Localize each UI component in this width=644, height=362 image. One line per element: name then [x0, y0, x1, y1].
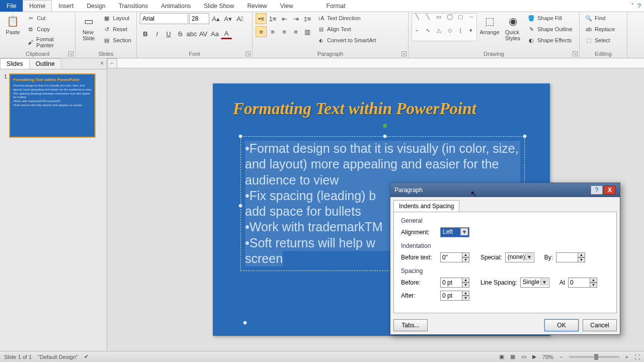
reset-button[interactable]: ↺Reset	[101, 24, 133, 34]
layout-button[interactable]: ▦Layout	[101, 13, 133, 23]
paragraph-launcher[interactable]: ↘	[401, 51, 407, 56]
shape-fill-button[interactable]: 🪣Shape Fill	[525, 13, 575, 23]
tab-view[interactable]: View	[274, 0, 300, 12]
view-sorter-icon[interactable]: ▦	[510, 353, 515, 360]
after-input[interactable]	[440, 291, 462, 301]
before-down[interactable]: ▼	[462, 283, 469, 288]
zoom-out-button[interactable]: −	[559, 354, 562, 360]
tab-transitions[interactable]: Transitions	[112, 0, 154, 12]
by-down[interactable]: ▼	[578, 257, 585, 262]
tab-file[interactable]: File	[0, 0, 23, 12]
handle-tl[interactable]	[238, 134, 243, 138]
handle-tr[interactable]	[523, 134, 527, 138]
shape-line2-icon[interactable]: ╲	[423, 14, 433, 27]
handle-tc[interactable]	[383, 134, 387, 138]
shape-more-icon[interactable]: ▾	[466, 27, 476, 41]
cut-button[interactable]: ✂Cut	[25, 13, 72, 23]
minimize-ribbon-icon[interactable]: ˅	[631, 2, 634, 10]
slide-thumbnail[interactable]: Formatting Text within PowerPoint •Forma…	[9, 73, 96, 138]
increase-indent-button[interactable]: ⇥	[290, 13, 301, 24]
rotate-handle[interactable]	[383, 124, 387, 128]
align-center-button[interactable]: ≡	[267, 26, 278, 37]
italic-button[interactable]: I	[151, 28, 163, 39]
shape-rrect-icon[interactable]: ▢	[455, 14, 465, 27]
cancel-button[interactable]: Cancel	[583, 319, 617, 331]
special-select[interactable]: (none)	[505, 252, 534, 262]
grow-font-button[interactable]: A▴	[210, 13, 221, 24]
shrink-font-button[interactable]: A▾	[222, 13, 233, 24]
by-input[interactable]	[556, 252, 578, 262]
drawing-launcher[interactable]: ↘	[573, 51, 578, 56]
spellcheck-icon[interactable]: ✔	[84, 353, 89, 360]
shape-curve-icon[interactable]: ∿	[423, 27, 433, 41]
clear-format-button[interactable]: A⃠	[234, 13, 246, 24]
alignment-select[interactable]: Left	[440, 227, 469, 237]
select-button[interactable]: ⬚Select	[583, 35, 617, 45]
status-zoom[interactable]: 70%	[542, 354, 553, 360]
tab-review[interactable]: Review	[240, 0, 273, 12]
shape-tri-icon[interactable]: △	[434, 27, 444, 41]
handle-bl[interactable]	[243, 321, 247, 325]
help-icon[interactable]: ?	[637, 2, 641, 10]
at-down[interactable]: ▼	[590, 283, 597, 288]
shape-outline-button[interactable]: ✎Shape Outline	[525, 24, 575, 34]
before-text-up[interactable]: ▲	[462, 252, 469, 257]
tab-indents-spacing[interactable]: Indents and Spacing	[393, 200, 459, 212]
before-text-input[interactable]	[440, 252, 462, 262]
shape-arrow-icon[interactable]: →	[466, 14, 476, 27]
smartart-button[interactable]: ⬖Convert to SmartArt	[315, 35, 378, 45]
new-slide-button[interactable]: ▭New Slide	[78, 13, 99, 42]
font-color-button[interactable]: A	[221, 28, 232, 39]
slide-title[interactable]: Formatting Text within PowerPoint	[233, 100, 476, 118]
quick-styles-button[interactable]: ◉Quick Styles	[502, 13, 523, 42]
shape-callout-icon[interactable]: ◇	[444, 27, 455, 41]
zoom-slider[interactable]	[569, 356, 619, 358]
view-normal-icon[interactable]: ▣	[499, 353, 504, 360]
tab-slideshow[interactable]: Slide Show	[197, 0, 240, 12]
tabs-button[interactable]: Tabs...	[393, 319, 428, 331]
section-button[interactable]: ▤Section	[101, 35, 133, 45]
justify-button[interactable]: ≡	[290, 26, 301, 37]
underline-button[interactable]: U	[163, 28, 174, 39]
panel-close-icon[interactable]: ×	[97, 58, 107, 69]
font-launcher[interactable]: ↘	[246, 51, 251, 56]
shape-elbow-icon[interactable]: ⌐	[412, 27, 423, 41]
bullet-1[interactable]: •Format design so that it is visually (i…	[245, 141, 520, 188]
text-direction-button[interactable]: ↕AText Direction	[315, 13, 378, 23]
panel-tab-slides[interactable]: Slides	[0, 58, 30, 69]
font-size-input[interactable]	[189, 13, 209, 24]
after-up[interactable]: ▲	[462, 291, 469, 296]
shape-brace-icon[interactable]: {	[455, 27, 465, 41]
decrease-indent-button[interactable]: ⇤	[279, 13, 290, 24]
change-case-button[interactable]: Aa	[209, 28, 220, 39]
shape-line-icon[interactable]: ╲	[412, 14, 423, 27]
align-text-button[interactable]: ⊟Align Text	[315, 24, 378, 34]
ok-button[interactable]: OK	[544, 319, 579, 331]
paste-button[interactable]: 📋Paste	[3, 13, 23, 36]
shape-effects-button[interactable]: ◐Shape Effects	[525, 35, 575, 45]
strike-button[interactable]: S	[175, 28, 186, 39]
before-up[interactable]: ▲	[462, 278, 469, 283]
view-slideshow-icon[interactable]: ▶	[532, 353, 536, 360]
at-input[interactable]	[568, 278, 590, 288]
font-name-input[interactable]	[140, 13, 188, 24]
panel-tab-outline[interactable]: Outline	[29, 58, 61, 69]
tab-design[interactable]: Design	[80, 0, 112, 12]
bold-button[interactable]: B	[140, 28, 151, 39]
bullets-button[interactable]: •≡	[256, 13, 267, 24]
line-spacing-select[interactable]: Single	[520, 278, 549, 288]
shapes-gallery[interactable]: ╲╲▭◯▢→ ⌐∿△◇{▾	[412, 13, 477, 41]
format-painter-button[interactable]: 🖌Format Painter	[25, 35, 72, 49]
tab-insert[interactable]: Insert	[52, 0, 80, 12]
align-right-button[interactable]: ≡	[279, 26, 290, 37]
zoom-in-button[interactable]: +	[625, 354, 628, 360]
columns-button[interactable]: ▥	[302, 26, 313, 37]
bullet-4b[interactable]: screen	[245, 251, 283, 266]
clipboard-launcher[interactable]: ↘	[68, 51, 73, 56]
dialog-close-icon[interactable]: X	[604, 186, 616, 195]
arrange-button[interactable]: ⬚Arrange	[479, 13, 500, 36]
handle-ml[interactable]	[238, 204, 243, 208]
tab-home[interactable]: Home	[23, 0, 52, 12]
replace-button[interactable]: abReplace	[583, 24, 617, 34]
before-input[interactable]	[440, 278, 462, 288]
